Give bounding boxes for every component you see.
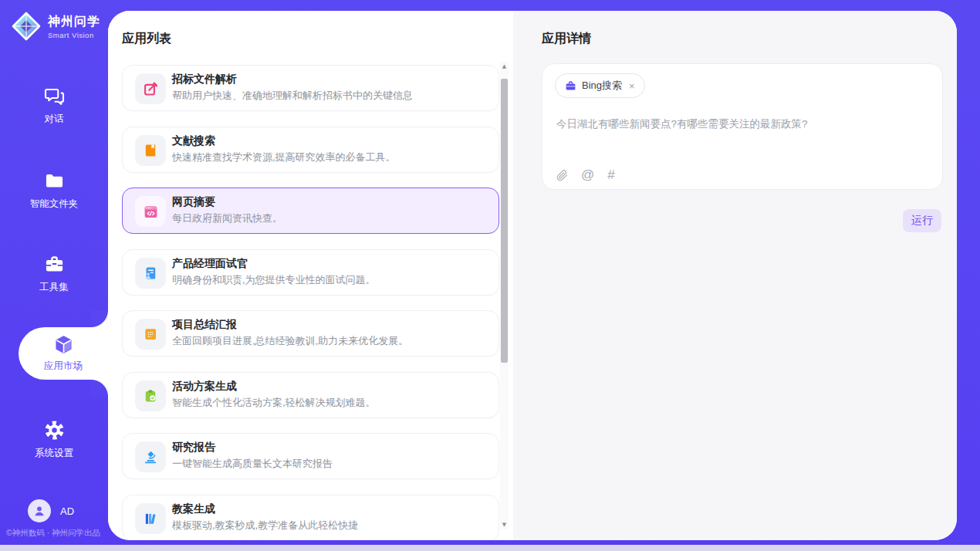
- app-card-description: 帮助用户快速、准确地理解和解析招标书中的关键信息: [172, 89, 413, 103]
- app-icon-tile: [135, 319, 166, 350]
- window-bottom-strip: [0, 545, 980, 551]
- prompt-input[interactable]: 今日湖北有哪些新闻要点?有哪些需要关注的最新政策?: [556, 117, 927, 132]
- app-icon-tile: [135, 135, 166, 166]
- app-card-5[interactable]: 项目总结汇报 全面回顾项目进展,总结经验教训,助力未来优化发展。: [122, 310, 499, 357]
- app-card-title: 产品经理面试官: [172, 257, 248, 271]
- sidebar-item-settings[interactable]: 系统设置: [0, 420, 108, 460]
- sidebar: 神州问学 Smart Vision 对话 智能文件夹 工具集 应用市场: [0, 0, 108, 551]
- app-card-3[interactable]: 网页摘要 每日政府新闻资讯快查。: [122, 188, 499, 234]
- app-card-title: 教案生成: [172, 502, 215, 516]
- cube-icon: [53, 334, 74, 355]
- person-icon: [32, 504, 46, 518]
- app-detail-pane: 应用详情 Bing搜索 × 今日湖北有哪些新闻要点?有哪些需要关注的最新政策?: [513, 11, 957, 540]
- user-initials: AD: [60, 505, 74, 517]
- app-card-7[interactable]: 研究报告 一键智能生成高质量长文本研究报告: [122, 433, 499, 479]
- copyright-footer: ©神州数码 · 神州问学出品: [6, 528, 108, 539]
- app-card-description: 智能生成个性化活动方案,轻松解决规划难题。: [172, 396, 376, 410]
- scroll-down-icon[interactable]: ▼: [500, 520, 509, 529]
- books-icon: [143, 511, 158, 526]
- app-card-description: 全面回顾项目进展,总结经验教训,助力未来优化发展。: [172, 334, 408, 348]
- prompt-card: Bing搜索 × 今日湖北有哪些新闻要点?有哪些需要关注的最新政策? @ #: [542, 63, 943, 190]
- content-panel: 应用列表 招标文件解析 帮助用户快速、准确地理解和解析招标书中的关键信息 文献搜…: [108, 11, 957, 540]
- gear-icon: [44, 420, 65, 441]
- app-list-title: 应用列表: [122, 31, 171, 47]
- sidebar-item-label: 系统设置: [35, 448, 73, 458]
- input-toolbar: @ #: [556, 167, 615, 183]
- tool-chip-bing-search[interactable]: Bing搜索 ×: [555, 73, 645, 98]
- app-card-title: 项目总结汇报: [172, 318, 237, 332]
- avatar: [28, 499, 51, 522]
- toolbox-icon: [44, 254, 65, 275]
- app-icon-tile: [135, 441, 166, 472]
- user-account[interactable]: AD: [28, 499, 74, 522]
- app-card-8[interactable]: 教案生成 模板驱动,教案秒成,教学准备从此轻松快捷: [122, 495, 499, 541]
- list-scrollbar[interactable]: ▲ ▼: [500, 62, 509, 529]
- brand-diamond-icon: [11, 11, 42, 42]
- folder-icon: [44, 171, 65, 191]
- sidebar-item-label: 工具集: [39, 282, 69, 292]
- clipboard-check-icon: [143, 388, 158, 404]
- sidebar-item-smart-folder[interactable]: 智能文件夹: [0, 171, 108, 211]
- interview-doc-icon: [143, 265, 158, 281]
- app-card-title: 活动方案生成: [172, 380, 237, 394]
- app-icon-tile: [135, 258, 166, 289]
- app-card-title: 研究报告: [172, 441, 215, 455]
- brand-name: 神州问学: [48, 14, 100, 30]
- edit-doc-icon: [143, 81, 159, 97]
- app-card-description: 模板驱动,教案秒成,教学准备从此轻松快捷: [172, 519, 358, 532]
- app-icon-tile: [135, 73, 166, 104]
- scrollbar-thumb[interactable]: [501, 79, 508, 363]
- book-icon: [143, 143, 158, 158]
- chip-close-icon[interactable]: ×: [627, 80, 637, 92]
- app-card-4[interactable]: 产品经理面试官 明确身份和职责,为您提供专业性的面试问题。: [122, 249, 499, 296]
- at-icon[interactable]: @: [581, 167, 594, 183]
- app-card-1[interactable]: 招标文件解析 帮助用户快速、准确地理解和解析招标书中的关键信息: [122, 65, 499, 111]
- brand-subtitle: Smart Vision: [48, 31, 100, 39]
- sidebar-item-label: 智能文件夹: [30, 198, 79, 209]
- app-card-title: 网页摘要: [172, 195, 215, 209]
- web-code-icon: [143, 204, 159, 220]
- memo-icon: [143, 326, 158, 342]
- app-card-description: 一键智能生成高质量长文本研究报告: [172, 457, 333, 471]
- brand-logo: 神州问学 Smart Vision: [11, 11, 100, 42]
- sidebar-item-chat[interactable]: 对话: [0, 86, 108, 126]
- run-button[interactable]: 运行: [903, 209, 941, 232]
- tool-chip-label: Bing搜索: [582, 79, 622, 93]
- app-card-list: 招标文件解析 帮助用户快速、准确地理解和解析招标书中的关键信息 文献搜索 快速精…: [122, 65, 499, 540]
- app-icon-tile: [135, 380, 166, 411]
- app-icon-tile: [135, 196, 166, 227]
- app-list-pane: 应用列表 招标文件解析 帮助用户快速、准确地理解和解析招标书中的关键信息 文献搜…: [108, 11, 513, 540]
- hash-icon[interactable]: #: [607, 167, 614, 183]
- sidebar-item-label: 对话: [45, 113, 64, 124]
- app-card-2[interactable]: 文献搜索 快速精准查找学术资源,提高研究效率的必备工具。: [122, 127, 499, 173]
- app-card-description: 明确身份和职责,为您提供专业性的面试问题。: [172, 273, 376, 287]
- sidebar-item-toolset[interactable]: 工具集: [0, 254, 108, 294]
- briefcase-icon: [565, 80, 576, 92]
- app-card-description: 每日政府新闻资讯快查。: [172, 211, 282, 225]
- app-card-title: 文献搜索: [172, 134, 215, 148]
- app-card-title: 招标文件解析: [172, 73, 237, 86]
- app-icon-tile: [135, 503, 166, 534]
- sidebar-item-app-market[interactable]: 应用市场: [19, 327, 108, 380]
- app-detail-title: 应用详情: [542, 31, 591, 47]
- sidebar-item-label: 应用市场: [44, 360, 83, 371]
- chat-icon: [44, 86, 65, 106]
- microscope-icon: [143, 449, 158, 465]
- app-card-description: 快速精准查找学术资源,提高研究效率的必备工具。: [172, 150, 396, 164]
- paperclip-icon[interactable]: [556, 169, 568, 182]
- scroll-up-icon[interactable]: ▲: [500, 62, 509, 71]
- app-card-6[interactable]: 活动方案生成 智能生成个性化活动方案,轻松解决规划难题。: [122, 372, 499, 418]
